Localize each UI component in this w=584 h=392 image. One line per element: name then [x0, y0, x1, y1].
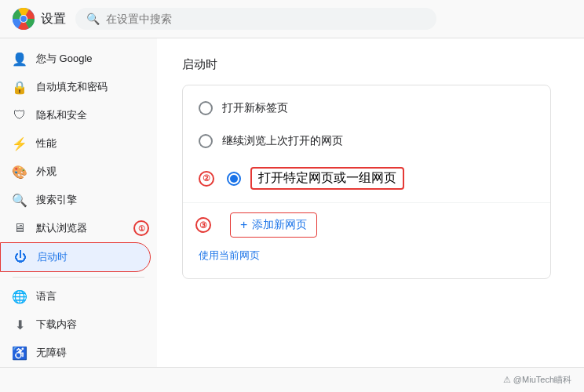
download-icon: ⬇ — [13, 318, 27, 332]
sidebar-label-performance: 性能 — [36, 136, 57, 151]
main-layout: 👤 您与 Google 🔒 自动填充和密码 🛡 隐私和安全 ⚡ 性能 🎨 外观 … — [0, 38, 584, 367]
sidebar-label-autofill: 自动填充和密码 — [36, 80, 108, 94]
option-specific[interactable]: ② 打开特定网页或一组网页 — [183, 158, 550, 199]
sidebar-label-accessibility: 无障碍 — [36, 346, 67, 360]
watermark-text: ⚠ @MiuTech瞄科 — [503, 374, 571, 386]
option-specific-label-box: 打开特定网页或一组网页 — [250, 167, 404, 190]
appearance-icon: 🎨 — [13, 165, 27, 179]
sidebar-item-privacy[interactable]: 🛡 隐私和安全 — [0, 101, 151, 129]
sidebar-label-google: 您与 Google — [36, 52, 93, 66]
sidebar-item-downloads[interactable]: ⬇ 下载内容 — [0, 310, 151, 339]
sidebar-label-search: 搜索引擎 — [36, 193, 77, 207]
person-icon: 👤 — [13, 52, 27, 66]
sidebar-label-language: 语言 — [36, 289, 57, 303]
accessibility-icon: ♿ — [13, 346, 27, 360]
browser-icon: 🖥 — [13, 221, 27, 235]
option-specific-label: 打开特定网页或一组网页 — [258, 171, 396, 184]
content-area: 启动时 打开新标签页 继续浏览上次打开的网页 ② 打开特 — [157, 38, 584, 367]
performance-icon: ⚡ — [13, 136, 27, 151]
sidebar-label-privacy: 隐私和安全 — [36, 108, 87, 122]
sidebar-item-accessibility[interactable]: ♿ 无障碍 — [0, 339, 151, 367]
options-card: 打开新标签页 继续浏览上次打开的网页 ② 打开特定网页或一组网页 — [182, 85, 551, 279]
default-browser-badge: ① — [133, 220, 149, 236]
search-bar[interactable]: 🔍 — [75, 8, 436, 30]
sidebar-item-language[interactable]: 🌐 语言 — [0, 282, 151, 310]
option-continue[interactable]: 继续浏览上次打开的网页 — [183, 125, 550, 158]
radio-specific[interactable] — [227, 172, 241, 186]
language-icon: 🌐 — [13, 289, 27, 303]
search-input[interactable] — [106, 13, 425, 25]
add-page-button[interactable]: + 添加新网页 — [230, 212, 317, 238]
sidebar-label-startup: 启动时 — [37, 250, 68, 264]
sidebar-item-performance[interactable]: ⚡ 性能 — [0, 129, 151, 158]
radio-new-tab[interactable] — [199, 101, 213, 115]
sidebar-label-appearance: 外观 — [36, 165, 57, 179]
chrome-logo-icon — [13, 8, 35, 30]
add-icon: + — [240, 218, 247, 232]
add-page-row: ③ + 添加新网页 — [183, 206, 550, 244]
add-page-badge: ③ — [195, 217, 211, 233]
sidebar: 👤 您与 Google 🔒 自动填充和密码 🛡 隐私和安全 ⚡ 性能 🎨 外观 … — [0, 38, 157, 367]
top-bar: 设置 🔍 — [0, 0, 584, 38]
sidebar-item-startup[interactable]: ⏻ 启动时 — [0, 242, 151, 272]
shield-icon: 🛡 — [13, 108, 27, 122]
radio-continue[interactable] — [199, 134, 213, 148]
startup-icon: ⏻ — [13, 250, 27, 264]
option-new-tab-label: 打开新标签页 — [222, 101, 288, 115]
add-page-label: 添加新网页 — [252, 218, 307, 232]
sidebar-divider — [13, 277, 144, 278]
use-current-link[interactable]: 使用当前网页 — [199, 249, 535, 263]
logo-area: 设置 — [13, 8, 66, 30]
section-title: 启动时 — [182, 57, 559, 72]
sidebar-item-search[interactable]: 🔍 搜索引擎 — [0, 186, 151, 214]
lock-icon: 🔒 — [13, 80, 27, 94]
radio-specific-fill — [230, 175, 238, 183]
sidebar-item-default-browser[interactable]: 🖥 默认浏览器 ① — [0, 214, 151, 242]
option-continue-label: 继续浏览上次打开的网页 — [222, 134, 343, 148]
sidebar-item-autofill[interactable]: 🔒 自动填充和密码 — [0, 73, 151, 101]
sidebar-item-appearance[interactable]: 🎨 外观 — [0, 158, 151, 186]
settings-title: 设置 — [41, 11, 66, 27]
option-new-tab[interactable]: 打开新标签页 — [183, 92, 550, 125]
sidebar-label-default-browser: 默认浏览器 — [36, 221, 87, 235]
option-divider — [183, 202, 550, 203]
specific-badge: ② — [199, 171, 214, 187]
sidebar-label-downloads: 下载内容 — [36, 318, 77, 332]
search-engine-icon: 🔍 — [13, 193, 27, 207]
bottom-bar: ⚠ @MiuTech瞄科 — [0, 367, 584, 392]
sidebar-item-google[interactable]: 👤 您与 Google — [0, 45, 151, 73]
search-icon: 🔍 — [86, 13, 100, 25]
svg-point-3 — [20, 16, 27, 22]
